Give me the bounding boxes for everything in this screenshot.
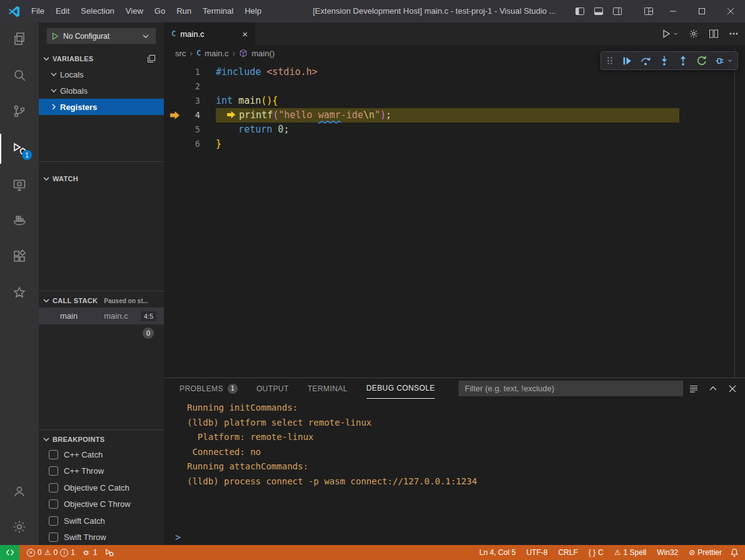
restart-button[interactable] — [696, 55, 707, 66]
breakpoint-checkbox[interactable] — [49, 483, 58, 492]
breakpoint-item[interactable]: Swift Throw — [39, 529, 164, 545]
run-menu-button[interactable] — [661, 29, 679, 39]
start-debug-icon[interactable] — [51, 32, 59, 41]
tab-output[interactable]: OUTPUT — [256, 378, 289, 399]
stack-frame-row[interactable]: main main.c 4:5 — [39, 308, 164, 324]
platform-indicator[interactable]: Win32 — [654, 545, 681, 560]
variables-title: VARIABLES — [53, 55, 93, 62]
code-line-current: 4printf("hello wamr-ide\n"); — [164, 108, 735, 122]
code-editor[interactable]: 1#include <stdio.h> 2 3int main(){ 4prin… — [164, 61, 735, 378]
search-icon[interactable] — [0, 60, 39, 90]
remote-explorer-icon[interactable] — [0, 170, 39, 200]
menu-view[interactable]: View — [120, 0, 149, 22]
breakpoint-checkbox[interactable] — [49, 499, 58, 509]
breakpoint-checkbox[interactable] — [49, 532, 58, 542]
remote-indicator[interactable] — [0, 545, 19, 560]
editor-scrollbar[interactable] — [734, 48, 735, 378]
customize-layout-icon[interactable] — [644, 6, 654, 16]
menu-edit[interactable]: Edit — [50, 0, 75, 22]
accounts-icon[interactable] — [0, 476, 39, 506]
language-mode[interactable]: { }C — [586, 545, 606, 560]
maximize-panel-icon[interactable] — [708, 384, 718, 394]
debug-status[interactable] — [101, 545, 118, 560]
notifications-bell-icon[interactable] — [730, 548, 739, 557]
watch-section-header[interactable]: WATCH — [39, 171, 164, 186]
maximize-button[interactable] — [687, 0, 716, 22]
toggle-sidebar-icon[interactable] — [575, 6, 585, 16]
tab-debug-console[interactable]: DEBUG CONSOLE — [367, 378, 435, 399]
variables-section-header[interactable]: VARIABLES — [39, 51, 164, 66]
toolbar-drag-handle[interactable] — [606, 56, 614, 66]
menu-file[interactable]: File — [26, 0, 50, 22]
close-panel-icon[interactable] — [727, 384, 737, 394]
breadcrumb-folder[interactable]: src — [175, 49, 186, 58]
debug-config-dropdown[interactable]: No Configurat — [46, 28, 156, 44]
encoding-indicator[interactable]: UTF-8 — [524, 545, 550, 560]
breakpoint-item[interactable]: C++ Catch — [39, 446, 164, 462]
menu-go[interactable]: Go — [149, 0, 171, 22]
chevron-down-icon — [49, 69, 59, 79]
call-stack-section-header[interactable]: CALL STACK Paused on st... — [39, 293, 164, 308]
breakpoint-checkbox[interactable] — [49, 516, 58, 526]
collapse-all-icon[interactable] — [146, 54, 156, 64]
variables-row-globals[interactable]: Globals — [39, 82, 164, 99]
breadcrumb-symbol[interactable]: main() — [251, 49, 275, 58]
minimize-button[interactable] — [659, 0, 687, 22]
console-line: (lldb) process connect -p wasm connect:/… — [187, 474, 732, 489]
breakpoint-item[interactable]: C++ Throw — [39, 462, 164, 479]
debug-console-icon — [105, 548, 114, 557]
breakpoint-checkbox[interactable] — [49, 466, 58, 476]
debug-config-label: No Configurat — [63, 32, 137, 41]
breadcrumb-file[interactable]: main.c — [205, 49, 228, 58]
code-line: 3int main(){ — [164, 94, 735, 108]
menu-help[interactable]: Help — [239, 0, 267, 22]
tab-terminal[interactable]: TERMINAL — [308, 378, 348, 399]
console-filter-input[interactable] — [459, 381, 683, 396]
breakpoint-item[interactable]: Swift Catch — [39, 512, 164, 529]
run-and-debug-icon[interactable]: 1 — [0, 134, 39, 164]
chevron-down-icon — [49, 86, 59, 96]
menu-run[interactable]: Run — [171, 0, 197, 22]
variables-row-locals[interactable]: Locals — [39, 66, 164, 82]
close-button[interactable] — [716, 0, 745, 22]
cursor-position[interactable]: Ln 4, Col 5 — [477, 545, 518, 560]
split-editor-icon[interactable] — [709, 29, 719, 39]
breakpoint-item[interactable]: Objective C Catch — [39, 479, 164, 496]
variables-row-registers[interactable]: Registers — [39, 99, 164, 115]
status-bar: ×0 ⚠0 i1 1 Ln 4, Col 5 UTF-8 CRLF { }C ⚠… — [0, 545, 745, 560]
menu-selection[interactable]: Selection — [75, 0, 119, 22]
continue-button[interactable] — [622, 56, 632, 66]
tab-main-c[interactable]: C main.c × — [164, 22, 255, 45]
console-line: Running initCommands: — [187, 401, 732, 416]
disconnect-button[interactable] — [715, 56, 733, 66]
source-control-icon[interactable] — [0, 96, 39, 126]
breakpoint-item[interactable]: Objective C Throw — [39, 496, 164, 512]
step-out-button[interactable] — [677, 55, 689, 66]
star-icon[interactable] — [0, 278, 39, 308]
settings-gear-icon[interactable] — [0, 512, 39, 542]
console-input-prompt[interactable]: > — [175, 532, 181, 543]
toggle-panel-icon[interactable] — [594, 6, 604, 16]
menu-terminal[interactable]: Terminal — [197, 0, 239, 22]
extensions-icon[interactable] — [0, 241, 39, 271]
formatter-status[interactable]: ⊘Prettier — [686, 545, 724, 560]
problems-status[interactable]: ×0 ⚠0 i1 — [23, 545, 79, 560]
breakpoints-section-header[interactable]: BREAKPOINTS — [39, 432, 164, 447]
spell-checker-status[interactable]: ⚠1 Spell — [612, 545, 649, 560]
step-into-button[interactable] — [659, 55, 670, 66]
step-over-button[interactable] — [640, 55, 651, 66]
warning-count: 0 — [53, 548, 58, 557]
toggle-secondary-sidebar-icon[interactable] — [612, 6, 622, 16]
explorer-icon[interactable] — [0, 24, 39, 54]
tab-close-icon[interactable]: × — [242, 29, 248, 39]
eol-indicator[interactable]: CRLF — [555, 545, 580, 560]
ports-status[interactable]: 1 — [79, 545, 101, 560]
gear-icon[interactable] — [689, 29, 699, 39]
chevron-down-icon — [41, 296, 51, 306]
filter-lines-icon[interactable] — [689, 384, 699, 394]
breakpoint-checkbox[interactable] — [49, 450, 58, 459]
more-actions-icon[interactable] — [729, 29, 739, 39]
docker-icon[interactable] — [0, 205, 39, 235]
tab-problems[interactable]: PROBLEMS1 — [180, 378, 238, 399]
inline-breakpoint-arrow-icon — [227, 111, 236, 119]
